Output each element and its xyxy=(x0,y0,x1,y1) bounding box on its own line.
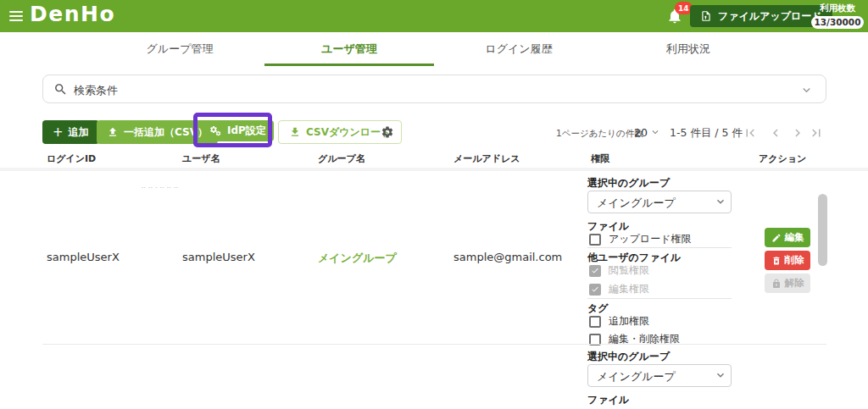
gears-icon xyxy=(209,125,222,137)
plus-icon: + xyxy=(53,124,64,140)
column-header-permissions: 権限 xyxy=(591,152,609,165)
tag-add-permission-checkbox[interactable]: 追加権限 xyxy=(589,314,649,329)
app-header: DenHo 14 ファイルアップロード 利用枚数 13/30000 xyxy=(0,0,868,32)
column-header-login-id: ログインID xyxy=(47,152,96,165)
first-page-button[interactable] xyxy=(743,125,758,141)
tab-user-management[interactable]: ユーザ管理 xyxy=(264,32,434,66)
per-page-select[interactable]: 20 xyxy=(634,126,648,139)
edit-button[interactable]: 編集 xyxy=(765,228,810,247)
usage-value: 13/30000 xyxy=(811,16,864,29)
pagination-range: 1-5 件目 / 5 件 xyxy=(670,126,743,141)
pencil-icon xyxy=(771,233,782,243)
per-page-caret-icon[interactable] xyxy=(649,126,661,138)
row-divider xyxy=(42,344,826,345)
section-divider xyxy=(587,298,732,299)
upload-icon xyxy=(107,126,119,138)
group-select[interactable]: メイングループ xyxy=(587,191,732,213)
group-select-value: メイングループ xyxy=(597,196,676,211)
chevron-down-icon xyxy=(714,195,727,208)
tab-login-history[interactable]: ログイン履歴 xyxy=(434,32,604,66)
app-root: DenHo 14 ファイルアップロード 利用枚数 13/30000 グループ管理… xyxy=(0,0,868,409)
app-logo: DenHo xyxy=(30,2,115,26)
tab-group-management[interactable]: グループ管理 xyxy=(95,32,264,66)
group-select[interactable]: メイングループ xyxy=(587,364,732,387)
delete-button[interactable]: 削除 xyxy=(765,251,810,270)
checkbox-unchecked-icon xyxy=(589,234,601,246)
download-icon xyxy=(289,126,301,138)
trash-icon xyxy=(771,256,782,266)
checkbox-checked-icon xyxy=(589,265,601,277)
chevron-down-icon xyxy=(799,83,814,97)
lock-icon xyxy=(771,279,782,289)
active-tab-underline xyxy=(264,64,434,66)
table-settings-gear-icon[interactable] xyxy=(381,125,394,139)
group-select-value: メイングループ xyxy=(597,369,676,384)
column-header-user-name: ユーザ名 xyxy=(182,152,220,165)
previous-page-button[interactable] xyxy=(768,125,783,141)
checkbox-checked-icon xyxy=(589,284,601,296)
usage-label: 利用枚数 xyxy=(811,3,864,14)
file-upload-label: ファイルアップロード xyxy=(718,9,822,24)
cell-user-name: sampleUserX xyxy=(182,251,255,263)
search-conditions-bar[interactable]: 検索条件 xyxy=(42,75,826,103)
column-header-actions: アクション xyxy=(759,152,806,165)
edit-permission-checkbox: 編集権限 xyxy=(589,282,649,296)
selected-group-label: 選択中のグループ xyxy=(587,176,670,191)
usage-counter: 利用枚数 13/30000 xyxy=(811,3,864,29)
release-button: 解除 xyxy=(765,274,810,293)
cell-email: sample@gmail.com xyxy=(453,251,562,263)
clipped-text: -- -- - -- -- -- xyxy=(142,185,222,191)
header-divider xyxy=(0,168,868,171)
per-page-label: 1ページあたりの件数 xyxy=(556,128,643,140)
next-page-button[interactable] xyxy=(790,125,805,141)
add-button[interactable]: + 追加 xyxy=(42,120,99,144)
cell-group-name: メイングループ xyxy=(318,251,397,266)
chevron-down-icon xyxy=(714,368,727,382)
checkbox-unchecked-icon xyxy=(589,316,601,328)
tab-usage-status[interactable]: 利用状況 xyxy=(604,32,773,66)
search-icon xyxy=(53,82,68,97)
cell-login-id: sampleUserX xyxy=(47,251,120,263)
upload-permission-checkbox[interactable]: アップロード権限 xyxy=(589,232,691,246)
section-divider xyxy=(587,247,732,248)
last-page-button[interactable] xyxy=(809,125,824,141)
menu-icon[interactable] xyxy=(9,11,23,21)
scrollbar-thumb[interactable] xyxy=(818,194,827,266)
column-header-email: メールアドレス xyxy=(453,152,520,165)
search-label: 検索条件 xyxy=(74,83,118,98)
selected-group-label: 選択中のグループ xyxy=(587,350,670,364)
idp-settings-button[interactable]: IdP設定 xyxy=(202,120,274,141)
column-header-group-name: グループ名 xyxy=(318,152,365,165)
file-section-label: ファイル xyxy=(587,393,629,407)
view-permission-checkbox: 閲覧権限 xyxy=(589,263,649,278)
file-upload-icon xyxy=(700,10,712,22)
bulk-add-csv-button[interactable]: 一括追加（CSV） xyxy=(97,120,218,144)
